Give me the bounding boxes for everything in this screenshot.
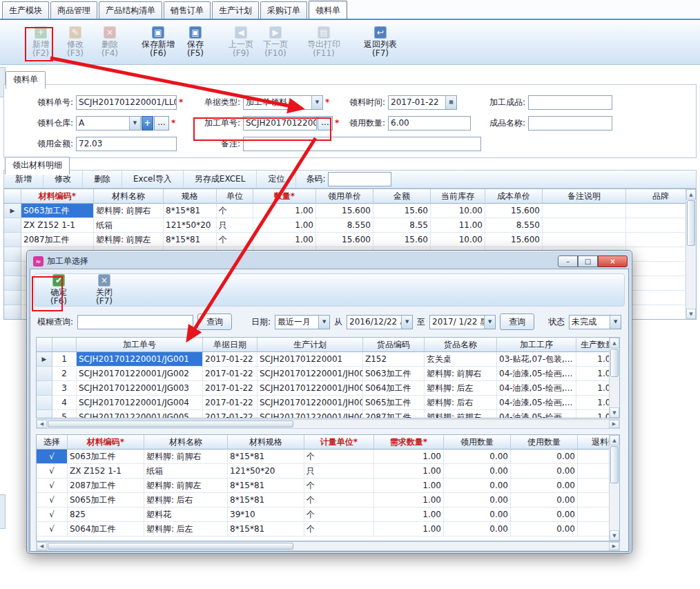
grid-cell[interactable] [543, 204, 626, 218]
grid-column-header[interactable]: 货品名称 [425, 338, 497, 352]
product-name-input[interactable] [528, 116, 612, 131]
collapsed-left-panel-bottom[interactable] [0, 494, 6, 529]
grid-cell[interactable]: 10.00 [431, 233, 485, 247]
toolbar-prev-page-button[interactable]: ◀上一页(F9) [224, 25, 258, 59]
grid-cell[interactable]: 0.00 [444, 479, 511, 493]
grid-cell[interactable]: 1.00 [374, 479, 444, 493]
grid-cell[interactable]: SCJH201701220001/JH005 [257, 367, 363, 381]
grid-cell[interactable]: 0.00 [511, 479, 578, 493]
grid-cell[interactable]: 8.550 [316, 218, 373, 233]
grid-cell[interactable]: ZX Z152 1-1 [68, 464, 144, 479]
grid-column-header[interactable]: 数量* [253, 189, 316, 204]
grid-cell[interactable]: 0.00 [444, 522, 511, 537]
grid-cell[interactable]: 8*15*81 [164, 233, 217, 247]
grid-cell[interactable]: 1.00 [374, 508, 444, 522]
date-range-select[interactable]: 最近一月 ▼ [275, 315, 330, 329]
grid-cell[interactable]: 0.00 [511, 522, 578, 537]
grid-cell[interactable]: SCJH201701220001 [257, 352, 363, 367]
grid-cell[interactable]: 塑料脚: 前脚左 [425, 410, 497, 418]
grid-cell[interactable]: 04-油漆,05-绘画,... [497, 367, 576, 381]
toolbar-back-to-list-button[interactable]: ↩返回列表(F7) [360, 25, 400, 59]
detail-locate-button[interactable]: 定位 [257, 171, 296, 188]
grid-cell[interactable]: 2 [52, 367, 77, 381]
vertical-scrollbar[interactable]: ▲ ▼ [686, 189, 696, 319]
pick-time-datepicker[interactable]: 2017-01-22 ▦ [388, 95, 457, 110]
grid-cell[interactable]: √ [37, 522, 68, 537]
grid-empty-cell[interactable] [4, 305, 21, 320]
search-button[interactable]: 查询 [197, 313, 232, 330]
grid-cell[interactable]: 8*15*81 [228, 522, 304, 537]
process-order-input[interactable]: SCJH201701220001/J [243, 116, 317, 131]
warehouse-select[interactable]: A ▼ [76, 116, 141, 131]
grid-column-header[interactable]: 规格 [164, 189, 217, 204]
detail-delete-button[interactable]: 删除 [83, 171, 122, 188]
grid-cell[interactable]: 04-油漆,05-绘画,... [497, 396, 576, 410]
grid-column-header[interactable] [37, 338, 52, 352]
grid-cell[interactable]: 1.00 [374, 450, 444, 464]
grid-cell[interactable]: 1.00 [374, 464, 444, 479]
grid-cell[interactable]: S064加工件 [363, 381, 425, 396]
grid-empty-cell[interactable] [4, 262, 21, 276]
maximize-button[interactable]: □ [578, 255, 598, 267]
grid-cell[interactable]: SCJH201701220001/JG004 [77, 396, 203, 410]
grid-cell[interactable]: SCJH201701220001/JH003 [257, 396, 363, 410]
horizontal-scrollbar[interactable]: ◀ ▶ [36, 541, 620, 551]
grid-cell[interactable]: 1.00 [253, 218, 316, 233]
grid-cell[interactable]: SCJH201701220001/JH002 [257, 410, 363, 418]
scrollbar-thumb[interactable] [48, 543, 293, 550]
pick-qty-input[interactable]: 6.00 [388, 116, 471, 131]
process-order-browse-button[interactable]: ... [318, 116, 333, 131]
horizontal-scrollbar[interactable]: ◀ ▶ [36, 419, 620, 429]
scroll-up-icon[interactable]: ▲ [610, 338, 619, 348]
scrollbar-thumb[interactable] [610, 446, 619, 483]
grid-column-header[interactable] [4, 189, 21, 204]
top-tab-1[interactable]: 商品管理 [50, 1, 97, 19]
grid-cell[interactable]: 个 [304, 493, 374, 508]
top-tab-2[interactable]: 产品结构清单 [99, 1, 162, 19]
grid-cell[interactable]: 个 [217, 233, 253, 247]
grid-cell[interactable]: 15.600 [316, 233, 373, 247]
grid-cell[interactable] [37, 396, 52, 410]
grid-column-header[interactable]: 当前库存 [431, 189, 485, 204]
grid-cell[interactable]: 2087加工件 [363, 410, 425, 418]
grid-column-header[interactable]: 使用数量 [511, 435, 578, 450]
grid-cell[interactable]: 塑料脚: 前脚右 [144, 450, 228, 464]
grid-cell[interactable]: SCJH201701220001/JG002 [77, 367, 203, 381]
grid-cell[interactable]: 121*50*20 [228, 464, 304, 479]
grid-column-header[interactable]: 加工单号 [77, 338, 203, 352]
scroll-up-icon[interactable]: ▲ [610, 435, 619, 445]
grid-cell[interactable]: 8.55 [373, 218, 431, 233]
grid-cell[interactable] [4, 233, 21, 247]
grid-cell[interactable]: 个 [304, 450, 374, 464]
grid-cell[interactable]: 8*15*81 [164, 204, 217, 218]
grid-cell[interactable]: 825 [68, 508, 144, 522]
grid-column-header[interactable]: 单位 [217, 189, 253, 204]
scroll-down-icon[interactable]: ▼ [610, 530, 619, 541]
tab-pick-order[interactable]: 领料单 [6, 71, 46, 89]
grid-cell[interactable]: 04-油漆,05-绘画,... [497, 381, 576, 396]
grid-cell[interactable]: 5 [52, 410, 77, 418]
scroll-up-icon[interactable]: ▲ [686, 189, 696, 200]
grid-cell[interactable]: 15.60 [373, 204, 431, 218]
grid-cell[interactable]: 1.00 [374, 493, 444, 508]
grid-cell[interactable]: 个 [304, 479, 374, 493]
grid-cell[interactable]: 15.600 [485, 204, 543, 218]
grid-cell[interactable]: 塑料脚: 前脚左 [144, 479, 228, 493]
grid-cell[interactable]: 10.00 [431, 204, 485, 218]
grid-cell[interactable]: 11.00 [431, 218, 485, 233]
doc-type-select[interactable]: 加工单领料 ▼ [243, 95, 323, 110]
grid-column-header[interactable]: 金额 [373, 189, 431, 204]
grid-column-header[interactable]: 成本单价 [485, 189, 543, 204]
chevron-down-icon[interactable]: ▼ [484, 316, 495, 329]
top-tab-4[interactable]: 生产计划 [212, 1, 259, 19]
chevron-down-icon[interactable]: ▼ [311, 96, 322, 109]
status-select[interactable]: 未完成 ▼ [569, 315, 621, 329]
order-no-input[interactable]: SCJH201701220001/LL0 [76, 95, 177, 110]
remark-input[interactable] [243, 137, 481, 151]
grid-cell[interactable]: 39*10 [228, 508, 304, 522]
grid-cell[interactable]: 玄关桌 [425, 352, 497, 367]
scrollbar-track[interactable] [610, 484, 619, 530]
grid-cell[interactable]: 1.00 [374, 522, 444, 537]
grid-empty-cell[interactable] [4, 276, 21, 291]
grid-cell[interactable]: Z152 [363, 352, 425, 367]
